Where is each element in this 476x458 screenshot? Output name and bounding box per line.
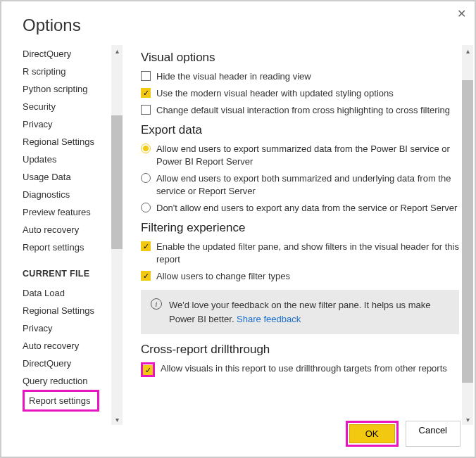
highlight-annotation: OK <box>346 421 399 447</box>
sidebar-item[interactable]: R scripting <box>23 63 123 80</box>
sidebar-item[interactable]: Preview features <box>23 203 123 221</box>
checkbox-icon[interactable] <box>141 71 151 81</box>
checkbox-checked-icon[interactable] <box>143 365 153 375</box>
sidebar-item[interactable]: Security <box>23 98 123 115</box>
change-filter-types-option[interactable]: Allow users to change filter types <box>141 270 459 283</box>
feedback-text: We'd love your feedback on the new filte… <box>169 298 449 326</box>
radio-icon[interactable] <box>141 203 151 212</box>
sidebar-item[interactable]: Regional Settings <box>23 302 123 319</box>
cross-report-drillthrough-option[interactable]: Allow visuals in this report to use dril… <box>141 362 459 377</box>
visual-options-heading: Visual options <box>141 51 459 65</box>
sidebar-item[interactable]: Python scripting <box>23 80 123 98</box>
sidebar: DirectQueryR scriptingPython scriptingSe… <box>8 45 123 425</box>
checkbox-icon[interactable] <box>141 105 151 115</box>
filtering-heading: Filtering experience <box>141 221 459 235</box>
sidebar-item[interactable]: Auto recovery <box>23 337 123 355</box>
scroll-up-icon[interactable]: ▴ <box>111 45 123 56</box>
highlight-annotation <box>141 362 155 377</box>
checkbox-checked-icon[interactable] <box>141 88 151 98</box>
export-both-option[interactable]: Allow end users to export both summarize… <box>141 172 459 198</box>
sidebar-section-header: CURRENT FILE <box>23 256 123 284</box>
scroll-down-icon[interactable]: ▾ <box>111 414 123 425</box>
share-feedback-link[interactable]: Share feedback <box>237 314 301 324</box>
info-icon: i <box>151 298 162 310</box>
cross-report-heading: Cross-report drillthrough <box>141 343 459 357</box>
sidebar-item[interactable]: Query reduction <box>23 372 123 390</box>
sidebar-item[interactable]: Usage Data <box>23 168 123 186</box>
hide-visual-header-option[interactable]: Hide the visual header in reading view <box>141 70 459 83</box>
sidebar-item[interactable]: Privacy <box>23 115 123 133</box>
sidebar-item[interactable]: Auto recovery <box>23 221 123 238</box>
sidebar-item[interactable]: Diagnostics <box>23 186 123 203</box>
close-icon[interactable]: ✕ <box>457 7 466 20</box>
cancel-button[interactable]: Cancel <box>406 421 461 447</box>
checkbox-checked-icon[interactable] <box>141 271 151 281</box>
sidebar-item[interactable]: Report settings <box>26 393 93 408</box>
sidebar-item[interactable]: DirectQuery <box>23 355 123 372</box>
checkbox-checked-icon[interactable] <box>141 241 151 251</box>
updated-filter-pane-option[interactable]: Enable the updated filter pane, and show… <box>141 241 459 266</box>
radio-checked-icon[interactable] <box>141 144 151 153</box>
radio-icon[interactable] <box>141 173 151 183</box>
sidebar-scroll-thumb[interactable] <box>111 115 123 249</box>
highlight-annotation: Report settings <box>23 390 99 412</box>
cross-filtering-option[interactable]: Change default visual interaction from c… <box>141 104 459 117</box>
dialog-title: Options <box>1 1 475 45</box>
sidebar-item[interactable]: Regional Settings <box>23 133 123 151</box>
ok-button[interactable]: OK <box>349 424 395 443</box>
main-pane: Visual options Hide the visual header in… <box>123 45 475 425</box>
sidebar-item[interactable]: Data Load <box>23 284 123 302</box>
scroll-down-icon[interactable]: ▾ <box>462 414 473 425</box>
dialog-footer: OK Cancel <box>346 421 461 447</box>
export-data-heading: Export data <box>141 123 459 137</box>
sidebar-item[interactable]: DirectQuery <box>23 45 123 63</box>
modern-visual-header-option[interactable]: Use the modern visual header with update… <box>141 87 459 100</box>
sidebar-item[interactable]: Updates <box>23 151 123 168</box>
sidebar-item[interactable]: Report settings <box>23 238 123 256</box>
main-scroll-thumb[interactable] <box>462 80 473 383</box>
options-dialog: ✕ Options DirectQueryR scriptingPython s… <box>0 0 476 458</box>
scroll-up-icon[interactable]: ▴ <box>462 45 473 56</box>
feedback-panel: i We'd love your feedback on the new fil… <box>141 290 459 334</box>
sidebar-item[interactable]: Privacy <box>23 319 123 337</box>
export-none-option[interactable]: Don't allow end users to export any data… <box>141 202 459 215</box>
export-summarized-option[interactable]: Allow end users to export summarized dat… <box>141 143 459 168</box>
